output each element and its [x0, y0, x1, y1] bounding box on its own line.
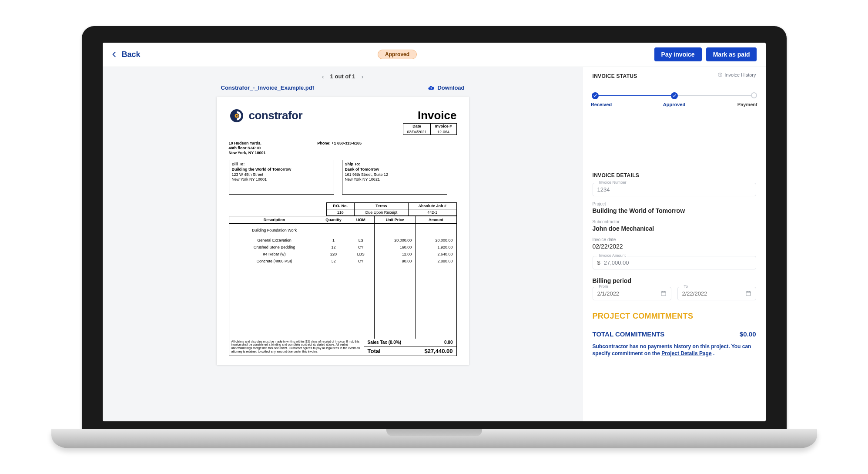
- from-label: From: [597, 284, 610, 289]
- svg-rect-3: [661, 292, 666, 296]
- status-node-payment: [751, 92, 757, 98]
- laptop-mockup: Back Approved Pay invoice Mark as paid ‹…: [82, 26, 787, 448]
- terms-h: Terms: [354, 203, 408, 209]
- meta-invno-h: Invoice #: [430, 123, 456, 129]
- track-line-pending: [674, 95, 754, 96]
- job-h: Absolute Job #: [408, 203, 456, 209]
- li-desc: Crushed Stone Bedding: [229, 244, 320, 251]
- company-phone: Phone: +1 650-313-6165: [317, 141, 362, 145]
- invoice-history-link[interactable]: Invoice History: [717, 72, 756, 77]
- main-split: ‹ 1 out of 1 › Constrafor_-_Invoice_Exam…: [103, 67, 766, 421]
- ship-to-line: New York NY 10621: [345, 177, 444, 182]
- svg-point-1: [236, 115, 238, 117]
- li-uom: LBS: [347, 251, 375, 258]
- laptop-notch: [386, 429, 482, 436]
- li-amount: 1,920.00: [416, 244, 456, 251]
- calendar-icon: [660, 290, 667, 296]
- ship-to-h: Ship To:: [345, 162, 444, 167]
- billing-from-field[interactable]: From 2/1/2022: [593, 287, 671, 300]
- li-desc: General Excavation: [229, 237, 320, 244]
- col-unit: Unit Price: [375, 216, 416, 224]
- li-amount: 2,640.00: [416, 251, 456, 258]
- invoice-amount-value: 27,000.00: [604, 259, 629, 266]
- subcontractor-label: Subcontractor: [593, 219, 756, 224]
- total-row: Total $27,440.00: [364, 346, 456, 356]
- total-label: Total: [368, 348, 381, 354]
- li-qty: 32: [320, 258, 347, 265]
- pager-prev[interactable]: ‹: [322, 73, 324, 80]
- total-commitments-label: TOTAL COMMITMENTS: [593, 330, 665, 338]
- ship-to-line: Bank of Tomorrow: [345, 167, 444, 172]
- dollar-icon: $: [597, 259, 600, 266]
- invoice-date-value: 02/22/2022: [593, 243, 756, 250]
- bill-to-h: Bill To:: [232, 162, 331, 167]
- cloud-download-icon: [428, 84, 435, 91]
- status-progress: Received Approved Payment: [595, 92, 754, 103]
- status-node-received: [592, 92, 599, 99]
- topbar: Back Approved Pay invoice Mark as paid: [103, 43, 766, 67]
- clock-icon: [717, 72, 723, 77]
- total-commitments-row: TOTAL COMMITMENTS $0.00: [593, 330, 756, 338]
- disclaimer-text: All claims and disputes must be made in …: [229, 339, 364, 356]
- project-value: Building the World of Tomorrow: [593, 207, 756, 214]
- li-uom: CY: [347, 244, 375, 251]
- commitments-note: Subcontractor has no payments history on…: [593, 343, 756, 357]
- line-heading: Building Foundation Work: [229, 224, 320, 237]
- app-screen: Back Approved Pay invoice Mark as paid ‹…: [103, 43, 766, 421]
- subcontractor-value: John doe Mechanical: [593, 225, 756, 232]
- invoice-amount-field[interactable]: Invoice Amount $ 27,000.00: [593, 256, 756, 269]
- project-label: Project: [593, 202, 756, 206]
- li-unit: 12.00: [375, 251, 416, 258]
- invoice-number-label: Invoice Number: [597, 180, 628, 185]
- billing-to-field[interactable]: To 2/22/2022: [677, 287, 756, 300]
- job-val: 442-1: [408, 209, 456, 216]
- bill-to-box: Bill To: Building the World of Tomorrow …: [229, 160, 334, 195]
- top-actions: Pay invoice Mark as paid: [654, 47, 757, 61]
- document-file-name: Constrafor_-_Invoice_Example.pdf: [221, 84, 315, 91]
- meta-invno: 12-064: [430, 129, 456, 134]
- download-button[interactable]: Download: [428, 84, 464, 91]
- company-address: 10 Hudson Yards, 48th floor SAP IO New Y…: [229, 141, 266, 156]
- addr-line: 48th floor SAP IO: [229, 146, 266, 151]
- po-h: P.O. No.: [326, 203, 354, 209]
- li-qty: 12: [320, 244, 347, 251]
- li-qty: 1: [320, 237, 347, 244]
- status-pill: Approved: [378, 50, 417, 59]
- terms-val: Due Upon Receipt: [354, 209, 408, 216]
- company-address-row: 10 Hudson Yards, 48th floor SAP IO New Y…: [229, 141, 457, 156]
- document-header-bar: Constrafor_-_Invoice_Example.pdf Downloa…: [221, 84, 465, 91]
- tax-value: 0.00: [444, 340, 452, 345]
- pay-invoice-button[interactable]: Pay invoice: [654, 47, 702, 61]
- li-amount: 20,000.00: [416, 237, 456, 244]
- line-items-table: Description Quantity UOM Unit Price Amou…: [229, 216, 457, 339]
- addr-line: New York, NY 10001: [229, 151, 266, 155]
- total-value: $27,440.00: [424, 348, 452, 354]
- invoice-number-field[interactable]: Invoice Number 1234: [593, 183, 756, 196]
- invoice-amount-label: Invoice Amount: [597, 253, 628, 258]
- back-button[interactable]: Back: [111, 50, 141, 59]
- li-desc: Concrete (4000 PSI): [229, 258, 320, 265]
- mark-as-paid-button[interactable]: Mark as paid: [706, 47, 757, 61]
- screen-bezel: Back Approved Pay invoice Mark as paid ‹…: [82, 26, 787, 429]
- pager-next[interactable]: ›: [361, 73, 363, 80]
- status-label-received: Received: [591, 102, 612, 107]
- to-label: To: [682, 284, 690, 289]
- col-qty: Quantity: [320, 216, 347, 224]
- meta-date-h: Date: [403, 123, 430, 129]
- po-val: 116: [326, 209, 354, 216]
- meta-date: 03/04/2021: [403, 129, 430, 134]
- col-uom: UOM: [347, 216, 375, 224]
- invoice-number-value: 1234: [597, 186, 610, 193]
- details-heading: INVOICE DETAILS: [593, 172, 756, 178]
- project-details-link[interactable]: Project Details Page: [661, 350, 711, 356]
- back-label: Back: [122, 50, 141, 59]
- status-node-approved: [671, 92, 678, 99]
- invoice-title: Invoice: [403, 109, 456, 122]
- li-uom: CY: [347, 258, 375, 265]
- address-boxes: Bill To: Building the World of Tomorrow …: [229, 160, 457, 195]
- line-item-row: #4 Rebar (w) 220 LBS 12.00 2,640.00: [229, 251, 456, 258]
- check-icon: [593, 94, 597, 98]
- commitments-heading: PROJECT COMMITMENTS: [593, 312, 756, 321]
- li-desc: #4 Rebar (w): [229, 251, 320, 258]
- bill-to-line: New York NY 10001: [232, 177, 331, 182]
